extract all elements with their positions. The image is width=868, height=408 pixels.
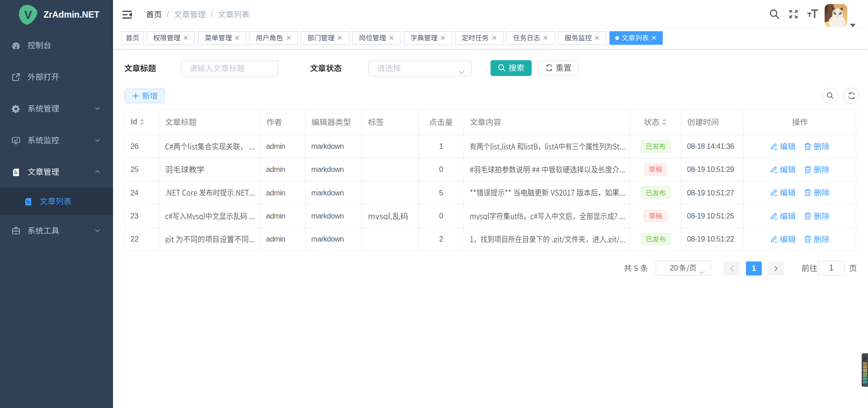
- svg-text:V: V: [24, 9, 32, 22]
